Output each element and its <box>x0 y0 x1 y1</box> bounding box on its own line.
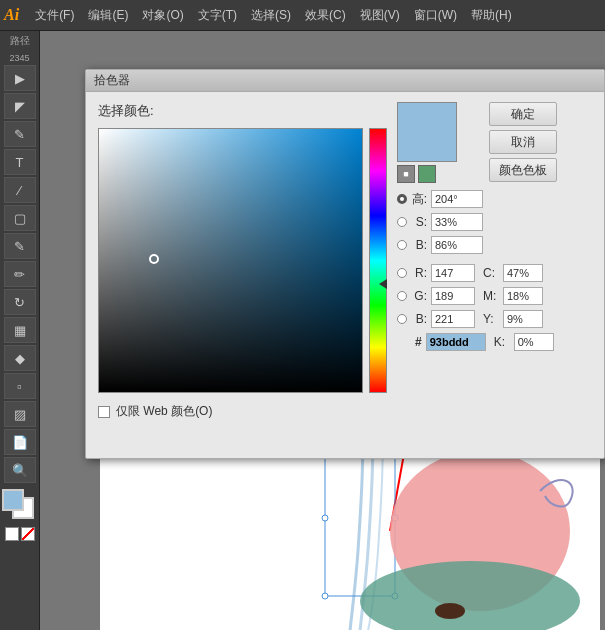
b-input[interactable] <box>431 236 483 254</box>
cancel-button[interactable]: 取消 <box>489 130 557 154</box>
stroke-none[interactable] <box>21 527 35 541</box>
radio-s[interactable] <box>397 217 407 227</box>
tool-blend[interactable]: ◆ <box>4 345 36 371</box>
k-label: K: <box>494 335 510 349</box>
confirm-button[interactable]: 确定 <box>489 102 557 126</box>
r-label: R: <box>411 266 427 280</box>
field-row-r: R: C: <box>397 262 557 284</box>
b2-label: B: <box>411 312 427 326</box>
color-swatch-button[interactable]: 颜色色板 <box>489 158 557 182</box>
tool-gradient[interactable]: ▨ <box>4 401 36 427</box>
r-input[interactable] <box>431 264 475 282</box>
tool-shape[interactable]: ▢ <box>4 205 36 231</box>
fill-stroke-row <box>5 527 35 541</box>
preview-icons-col: ■ <box>397 102 457 183</box>
tool-direct-select[interactable]: ◤ <box>4 93 36 119</box>
tool-line[interactable]: ∕ <box>4 177 36 203</box>
s-input[interactable] <box>431 213 483 231</box>
color-picker-dialog: 拾色器 选择颜色: <box>85 69 605 459</box>
radio-h[interactable] <box>397 194 407 204</box>
c-input[interactable] <box>503 264 543 282</box>
m-input[interactable] <box>503 287 543 305</box>
svg-point-6 <box>322 593 328 599</box>
field-row-b2: B: Y: <box>397 308 557 330</box>
dialog-body: 选择颜色: <box>86 92 604 430</box>
g-input[interactable] <box>431 287 475 305</box>
dialog-title-text: 拾色器 <box>94 72 130 89</box>
radio-r[interactable] <box>397 268 407 278</box>
b-label: B: <box>411 238 427 252</box>
hue-slider[interactable] <box>369 128 387 393</box>
tool-select[interactable]: ▶ <box>4 65 36 91</box>
web-color-row: 仅限 Web 颜色(O) <box>98 403 387 420</box>
dialog-title-bar[interactable]: 拾色器 <box>86 70 604 92</box>
tool-pen[interactable]: ✎ <box>4 121 36 147</box>
menu-effect[interactable]: 效果(C) <box>299 5 352 26</box>
tool-eyedropper[interactable]: 📄 <box>4 429 36 455</box>
web-color-checkbox[interactable] <box>98 406 110 418</box>
gradient-section: 选择颜色: <box>98 102 387 420</box>
path-label: 路径 <box>10 35 30 47</box>
menu-select[interactable]: 选择(S) <box>245 5 297 26</box>
k-input[interactable] <box>514 333 554 351</box>
icon-row: ■ <box>397 165 436 183</box>
hue-arrow <box>379 279 387 289</box>
tool-paintbrush[interactable]: ✎ <box>4 233 36 259</box>
green-swatch-icon[interactable] <box>418 165 436 183</box>
menu-window[interactable]: 窗口(W) <box>408 5 463 26</box>
gradient-hue-row <box>98 128 387 393</box>
c-label: C: <box>483 266 499 280</box>
left-sidebar: 路径 2345 ▶ ◤ ✎ T ∕ ▢ ✎ ✏ ↻ ▦ ◆ ▫ ▨ 📄 🔍 <box>0 31 40 630</box>
svg-point-10 <box>435 603 465 619</box>
menu-object[interactable]: 对象(O) <box>136 5 189 26</box>
tool-rotate[interactable]: ↻ <box>4 289 36 315</box>
menu-file[interactable]: 文件(F) <box>29 5 80 26</box>
cube-icon[interactable]: ■ <box>397 165 415 183</box>
menu-text[interactable]: 文字(T) <box>192 5 243 26</box>
tool-zoom[interactable]: 🔍 <box>4 457 36 483</box>
radio-b[interactable] <box>397 240 407 250</box>
hex-input[interactable] <box>426 333 486 351</box>
menu-help[interactable]: 帮助(H) <box>465 5 518 26</box>
foreground-swatch[interactable] <box>2 489 24 511</box>
y-input[interactable] <box>503 310 543 328</box>
menu-edit[interactable]: 编辑(E) <box>82 5 134 26</box>
canvas-area: 拾色器 选择颜色: <box>40 31 605 630</box>
s-label: S: <box>411 215 427 229</box>
field-row-b: B: <box>397 234 557 256</box>
web-color-label: 仅限 Web 颜色(O) <box>116 403 212 420</box>
select-color-label: 选择颜色: <box>98 102 387 120</box>
dialog-buttons: 确定 取消 颜色色板 <box>489 102 557 182</box>
y-label: Y: <box>483 312 499 326</box>
b2-input[interactable] <box>431 310 475 328</box>
field-row-g: G: M: <box>397 285 557 307</box>
m-label: M: <box>483 289 499 303</box>
tool-scale[interactable]: ▦ <box>4 317 36 343</box>
hash-label: # <box>415 335 422 349</box>
gradient-dark-layer <box>99 129 362 392</box>
app-logo: Ai <box>4 6 19 24</box>
sidebar-numbers: 2345 <box>9 53 29 63</box>
menu-view[interactable]: 视图(V) <box>354 5 406 26</box>
svg-point-4 <box>322 515 328 521</box>
preview-btn-row: ■ 确定 取消 颜色色板 <box>397 102 557 183</box>
h-input[interactable] <box>431 190 483 208</box>
rgb-cmyk-fields: R: C: G: M: <box>397 262 557 354</box>
gradient-picker[interactable] <box>98 128 363 393</box>
tool-type[interactable]: T <box>4 149 36 175</box>
menu-bar: Ai 文件(F) 编辑(E) 对象(O) 文字(T) 选择(S) 效果(C) 视… <box>0 0 605 31</box>
hsb-fields: 高: S: B: <box>397 188 557 257</box>
h-label: 高: <box>411 191 427 208</box>
radio-g[interactable] <box>397 291 407 301</box>
tool-mesh[interactable]: ▫ <box>4 373 36 399</box>
color-swatch-area <box>2 489 38 521</box>
radio-b2[interactable] <box>397 314 407 324</box>
tool-pencil[interactable]: ✏ <box>4 261 36 287</box>
fill-none[interactable] <box>5 527 19 541</box>
color-preview <box>397 102 457 162</box>
field-row-s: S: <box>397 211 557 233</box>
field-row-hex: # K: <box>397 331 557 353</box>
right-panel: ■ 确定 取消 颜色色板 高: <box>397 102 557 420</box>
g-label: G: <box>411 289 427 303</box>
field-row-h: 高: <box>397 188 557 210</box>
